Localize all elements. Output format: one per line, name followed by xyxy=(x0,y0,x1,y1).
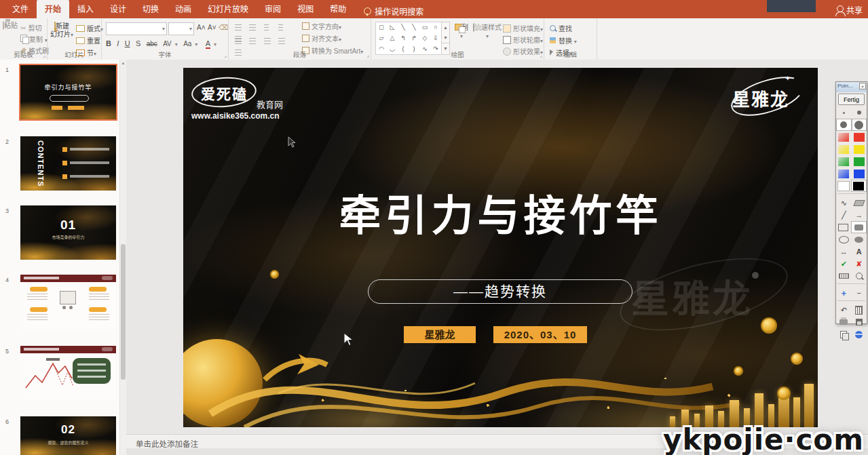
font-color-button[interactable]: A xyxy=(206,39,210,49)
delete-all-button[interactable] xyxy=(852,304,867,316)
align-center-button[interactable] xyxy=(247,36,258,45)
scroll-up-icon[interactable]: ▲ xyxy=(442,22,449,33)
bold-button[interactable]: B xyxy=(106,39,111,47)
shape-icon[interactable]: ◇ xyxy=(423,35,428,41)
undo-button[interactable]: ↶ xyxy=(836,304,852,316)
dialog-launcher-icon[interactable]: ⌟ xyxy=(540,52,542,58)
slide-thumbnail-2[interactable]: CONTENTS xyxy=(20,136,116,191)
shape-icon[interactable]: ↰ xyxy=(400,35,406,41)
tab-insert[interactable]: 插入 xyxy=(69,0,102,18)
cut-button[interactable]: ✂剪切 xyxy=(20,22,49,33)
color-white-swatch[interactable] xyxy=(836,180,851,192)
shape-fill-button[interactable]: 形状填充▾ xyxy=(503,23,543,33)
slide-title[interactable]: 牵引力与接竹竿 xyxy=(183,182,818,243)
shape-outline-button[interactable]: 形状轮廓▾ xyxy=(503,35,543,45)
change-case-button[interactable]: Aa xyxy=(183,40,191,47)
color-blue-swatch[interactable] xyxy=(852,167,867,180)
ruler-tool[interactable] xyxy=(836,270,852,282)
align-left-button[interactable] xyxy=(233,36,244,45)
shape-icon[interactable]: ▱ xyxy=(379,35,384,41)
color-yellow-soft-swatch[interactable] xyxy=(836,143,852,155)
close-icon[interactable]: ▪ xyxy=(859,83,866,90)
zoom-out-tool[interactable]: − xyxy=(852,287,867,299)
clear-format-button[interactable]: ⌫ xyxy=(219,24,228,31)
filled-ellipse-tool[interactable] xyxy=(852,233,867,245)
filled-rectangle-tool[interactable] xyxy=(851,221,867,233)
palette-title-bar[interactable]: Poin... ▪ xyxy=(836,82,867,92)
shape-icon[interactable]: ◻ xyxy=(379,24,383,31)
text-direction-button[interactable]: 文字方向▾ xyxy=(302,21,363,31)
magnifier-tool[interactable] xyxy=(852,270,867,282)
color-green-swatch[interactable] xyxy=(852,155,867,167)
author-badge[interactable]: 星雅龙 xyxy=(404,326,476,343)
date-badge[interactable]: 2020、03、10 xyxy=(493,326,587,343)
dialog-launcher-icon[interactable]: ⌟ xyxy=(43,52,45,58)
zoom-in-tool[interactable]: + xyxy=(836,287,852,299)
rectangle-tool[interactable] xyxy=(836,221,851,233)
slide-canvas[interactable]: 爱死磕 教育网 www.aisike365.com.cn 星雅龙 ✦ 牵引力与接… xyxy=(183,68,818,427)
slide-thumbnail-4[interactable] xyxy=(20,275,116,329)
eraser-tool[interactable] xyxy=(852,197,867,209)
slide-thumbnail-6[interactable]: 02 顺势、逆势的图形定义 xyxy=(20,416,116,455)
shape-icon[interactable]: △ xyxy=(390,35,395,41)
shape-icon[interactable]: ╲ xyxy=(401,24,404,31)
shrink-font-button[interactable]: A˅ xyxy=(208,24,216,31)
font-size-select[interactable]: ▾ xyxy=(168,22,194,35)
ellipse-tool[interactable] xyxy=(836,233,852,245)
copy-button[interactable]: 复制 ▾ xyxy=(20,34,49,44)
done-button[interactable]: Fertig xyxy=(838,94,865,105)
tab-transitions[interactable]: 切换 xyxy=(134,0,167,18)
color-green-soft-swatch[interactable] xyxy=(836,155,852,167)
text-tool[interactable]: A xyxy=(852,245,867,258)
tab-slideshow[interactable]: 幻灯片放映 xyxy=(200,0,257,18)
slide-subtitle-pill[interactable]: ——趋势转换 xyxy=(368,279,633,304)
dialog-launcher-icon[interactable]: ⌟ xyxy=(224,52,227,58)
quick-styles-button[interactable]: 快速样式▾ xyxy=(473,24,502,41)
underline-button[interactable]: U xyxy=(125,39,130,47)
copy-screen-button[interactable] xyxy=(836,328,852,340)
new-slide-button[interactable]: 新建 幻灯片▾ xyxy=(50,22,74,39)
character-spacing-button[interactable]: AV xyxy=(163,40,172,47)
line-tool[interactable]: ╱ xyxy=(836,209,852,221)
layout-button[interactable]: 版式▾ xyxy=(76,23,103,33)
reset-button[interactable]: 重置 xyxy=(76,35,103,45)
tab-view[interactable]: 视图 xyxy=(289,0,322,18)
slide-thumbnail-5[interactable] xyxy=(20,346,116,400)
tab-home[interactable]: 开始 xyxy=(37,0,69,18)
pen-size-small-button[interactable] xyxy=(836,106,852,119)
tab-design[interactable]: 设计 xyxy=(102,0,134,18)
dialog-launcher-icon[interactable]: ⌟ xyxy=(366,52,369,58)
slide-thumbnail-3[interactable]: 01 市场竞争的牵引力 xyxy=(20,205,116,260)
thumbnail-scrollbar[interactable]: ▲ xyxy=(119,60,126,455)
tab-file[interactable]: 文件 xyxy=(4,0,37,18)
text-shadow-button[interactable]: S xyxy=(136,39,140,47)
strikethrough-button[interactable]: abc xyxy=(147,40,157,47)
tell-me-search[interactable]: 操作说明搜索 xyxy=(364,5,423,18)
shape-icon[interactable]: ○ xyxy=(434,24,437,31)
tab-animations[interactable]: 动画 xyxy=(167,0,200,18)
freehand-tool[interactable]: ∿ xyxy=(836,197,852,209)
double-arrow-tool[interactable]: ↔ xyxy=(836,245,852,258)
numbering-button[interactable] xyxy=(247,22,258,32)
tab-review[interactable]: 审阅 xyxy=(257,0,289,18)
cross-tool[interactable]: ✘ xyxy=(852,258,867,270)
find-button[interactable]: 查找 xyxy=(550,23,577,33)
color-red-swatch[interactable] xyxy=(852,131,867,143)
justify-button[interactable] xyxy=(276,36,287,45)
pen-size-large-button[interactable] xyxy=(836,119,852,131)
increase-indent-button[interactable] xyxy=(276,22,287,32)
scrollbar-thumb[interactable] xyxy=(121,244,126,380)
check-tool[interactable]: ✔ xyxy=(836,258,852,270)
scroll-down-icon[interactable]: ▼ xyxy=(442,33,449,43)
color-blue-soft-swatch[interactable] xyxy=(836,167,852,180)
color-red-soft-swatch[interactable] xyxy=(836,131,852,143)
print-button[interactable] xyxy=(836,316,852,328)
shape-icon[interactable]: ╲ xyxy=(412,24,415,31)
shape-icon[interactable]: ⇩ xyxy=(433,35,438,41)
align-text-button[interactable]: 对齐文本▾ xyxy=(302,33,363,43)
info-button[interactable] xyxy=(852,328,867,340)
bullets-button[interactable] xyxy=(233,22,244,32)
color-yellow-swatch[interactable] xyxy=(852,143,867,155)
font-name-select[interactable]: ▾ xyxy=(106,22,167,35)
arrange-button[interactable]: 排列▾ xyxy=(451,24,472,41)
